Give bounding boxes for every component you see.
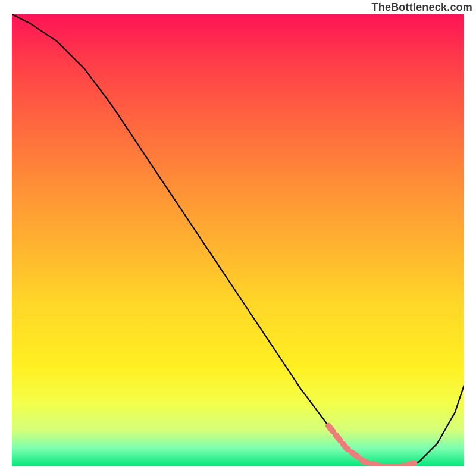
- chart-plot-area: [12, 14, 464, 466]
- watermark-text: TheBottleneck.com: [372, 1, 472, 14]
- highlight-band: [328, 426, 419, 466]
- chart-svg: [12, 14, 464, 466]
- curve-line: [12, 14, 464, 466]
